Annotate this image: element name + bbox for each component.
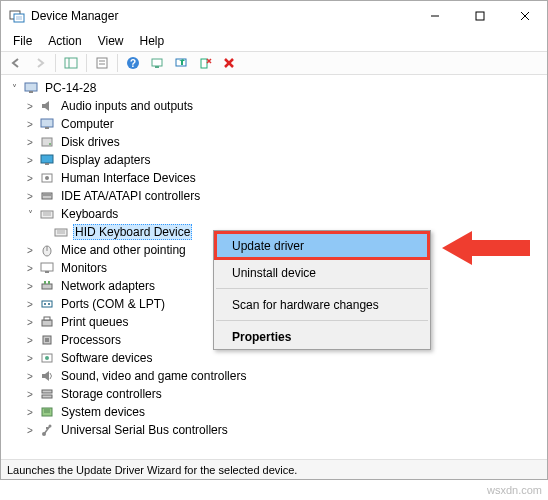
toolbar-separator	[117, 54, 118, 72]
expand-icon[interactable]: >	[23, 369, 37, 383]
tree-root[interactable]: ˅ PC-14-28	[5, 79, 547, 97]
expand-icon[interactable]: >	[23, 171, 37, 185]
expand-icon[interactable]: >	[23, 405, 37, 419]
context-menu-separator	[216, 320, 428, 321]
tree-root-label: PC-14-28	[43, 80, 98, 96]
toolbar-separator	[86, 54, 87, 72]
expand-icon[interactable]: >	[23, 243, 37, 257]
collapse-icon[interactable]: ˅	[23, 207, 37, 221]
tree-category[interactable]: ˅Keyboards	[5, 205, 547, 223]
scan-hardware-button[interactable]	[146, 53, 168, 73]
context-scan-hardware-label: Scan for hardware changes	[232, 298, 379, 312]
tree-category[interactable]: >Disk drives	[5, 133, 547, 151]
ide-icon	[39, 188, 55, 204]
tree-category[interactable]: >Storage controllers	[5, 385, 547, 403]
svg-rect-29	[45, 163, 49, 165]
properties-button[interactable]	[91, 53, 113, 73]
expand-icon[interactable]: >	[23, 99, 37, 113]
app-icon	[9, 8, 25, 24]
statusbar-text: Launches the Update Driver Wizard for th…	[7, 464, 297, 476]
context-properties[interactable]: Properties	[214, 324, 430, 349]
svg-rect-51	[44, 317, 50, 320]
tree-category[interactable]: >Display adapters	[5, 151, 547, 169]
menu-action[interactable]: Action	[40, 32, 89, 50]
svg-point-27	[49, 143, 51, 145]
svg-point-49	[48, 303, 50, 305]
context-update-driver[interactable]: Update driver	[214, 231, 430, 260]
help-button[interactable]: ?	[122, 53, 144, 73]
expand-icon[interactable]: >	[23, 333, 37, 347]
mouse-icon	[39, 242, 55, 258]
tree-category-label: Print queues	[59, 314, 130, 330]
show-hide-console-tree-button[interactable]	[60, 53, 82, 73]
svg-text:?: ?	[130, 58, 136, 69]
toolbar: ?	[1, 51, 547, 75]
context-uninstall-device[interactable]: Uninstall device	[214, 260, 430, 285]
tree-category-label: Universal Serial Bus controllers	[59, 422, 230, 438]
tree-category[interactable]: >Human Interface Devices	[5, 169, 547, 187]
tree-category-label: Sound, video and game controllers	[59, 368, 248, 384]
disable-button[interactable]	[218, 53, 240, 73]
expand-icon[interactable]: >	[23, 189, 37, 203]
expand-icon[interactable]: >	[23, 315, 37, 329]
svg-rect-56	[42, 374, 45, 378]
svg-rect-2	[16, 16, 22, 20]
expand-icon[interactable]: >	[23, 117, 37, 131]
disk-icon	[39, 134, 55, 150]
tree-category[interactable]: >IDE ATA/ATAPI controllers	[5, 187, 547, 205]
context-menu: Update driver Uninstall device Scan for …	[213, 230, 431, 350]
svg-marker-57	[45, 371, 49, 381]
close-button[interactable]	[502, 1, 547, 31]
tree-category[interactable]: >System devices	[5, 403, 547, 421]
tree-category[interactable]: >Software devices	[5, 349, 547, 367]
context-scan-hardware[interactable]: Scan for hardware changes	[214, 292, 430, 317]
tree-category-label: Computer	[59, 116, 116, 132]
expand-icon[interactable]: >	[23, 297, 37, 311]
svg-point-31	[45, 176, 49, 180]
computer-icon	[39, 116, 55, 132]
context-properties-label: Properties	[232, 330, 291, 344]
tree-category[interactable]: >Audio inputs and outputs	[5, 97, 547, 115]
svg-rect-17	[201, 59, 207, 68]
svg-rect-9	[97, 58, 107, 68]
sound-icon	[39, 368, 55, 384]
svg-rect-7	[65, 58, 77, 68]
svg-rect-14	[152, 59, 162, 66]
expand-icon[interactable]: >	[23, 279, 37, 293]
update-driver-button[interactable]	[170, 53, 192, 73]
maximize-button[interactable]	[457, 1, 502, 31]
usb-icon	[39, 422, 55, 438]
expand-icon[interactable]: >	[23, 135, 37, 149]
context-update-driver-label: Update driver	[232, 239, 304, 253]
tree-category[interactable]: >Universal Serial Bus controllers	[5, 421, 547, 439]
svg-rect-58	[42, 390, 52, 393]
menu-view[interactable]: View	[90, 32, 132, 50]
uninstall-button[interactable]	[194, 53, 216, 73]
expand-icon[interactable]: >	[23, 423, 37, 437]
collapse-icon[interactable]: ˅	[7, 81, 21, 95]
tree-category-label: Ports (COM & LPT)	[59, 296, 167, 312]
statusbar: Launches the Update Driver Wizard for th…	[1, 459, 547, 479]
back-button[interactable]	[5, 53, 27, 73]
tree-category-label: Network adapters	[59, 278, 157, 294]
expand-icon[interactable]: >	[23, 351, 37, 365]
svg-rect-32	[42, 193, 52, 199]
window-title: Device Manager	[31, 9, 412, 23]
expand-icon[interactable]: >	[23, 261, 37, 275]
forward-button[interactable]	[29, 53, 51, 73]
callout-arrow-icon	[442, 228, 532, 268]
menu-help[interactable]: Help	[132, 32, 173, 50]
expand-icon[interactable]: >	[23, 153, 37, 167]
minimize-button[interactable]	[412, 1, 457, 31]
titlebar: Device Manager	[1, 1, 547, 31]
svg-rect-47	[42, 301, 52, 307]
tree-category-label: Display adapters	[59, 152, 152, 168]
tree-category[interactable]: >Sound, video and game controllers	[5, 367, 547, 385]
svg-rect-28	[41, 155, 53, 163]
tree-category-label: Disk drives	[59, 134, 122, 150]
menu-file[interactable]: File	[5, 32, 40, 50]
expand-icon[interactable]: >	[23, 387, 37, 401]
tree-category[interactable]: >Computer	[5, 115, 547, 133]
svg-point-48	[44, 303, 46, 305]
tree-device-label: HID Keyboard Device	[73, 224, 192, 240]
